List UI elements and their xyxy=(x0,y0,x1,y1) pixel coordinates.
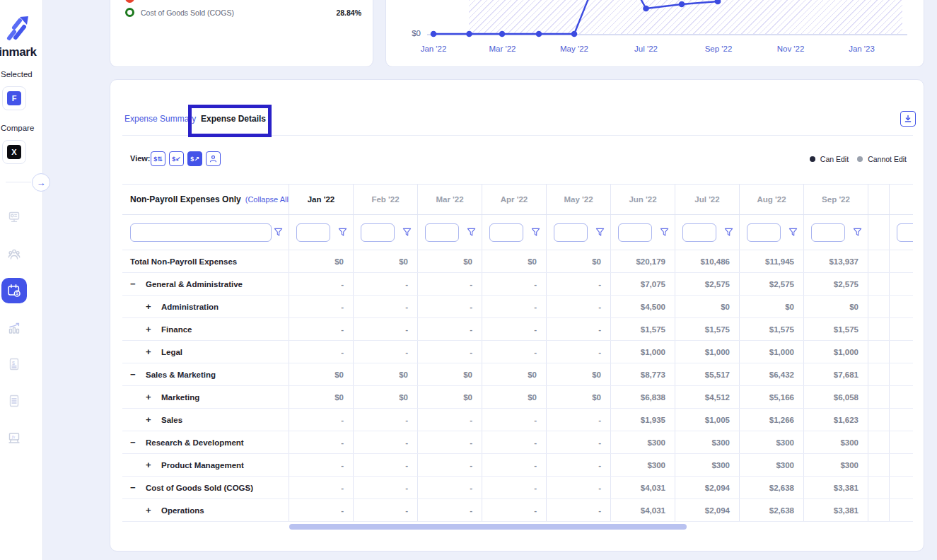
selected-label: Selected xyxy=(1,70,33,78)
expand-toggle[interactable]: + xyxy=(146,460,154,469)
column-filter-input[interactable] xyxy=(682,223,716,242)
cell-value: $4,031 xyxy=(611,477,675,498)
cell-value: - xyxy=(289,273,354,295)
cell-stub xyxy=(868,499,890,521)
cell-value: - xyxy=(482,431,547,453)
svg-text:$: $ xyxy=(12,361,15,366)
team-icon[interactable] xyxy=(7,247,21,262)
edit-legend: Can Edit Cannot Edit xyxy=(810,155,907,163)
data-point[interactable] xyxy=(679,1,685,8)
selected-scenario-avatar[interactable]: F xyxy=(2,86,26,110)
expand-toggle[interactable]: + xyxy=(146,392,154,402)
cell-value: $1,266 xyxy=(740,409,804,431)
data-point[interactable] xyxy=(643,6,649,12)
cell-value: - xyxy=(354,431,418,453)
growth-chart-icon[interactable] xyxy=(7,321,21,335)
expense-planning-calendar-icon[interactable]: $ xyxy=(1,278,27,303)
column-filter-input[interactable] xyxy=(747,223,781,242)
sidebar: finmark Selected F Compare X → $ xyxy=(0,0,43,560)
filter-cell xyxy=(611,215,675,250)
cell-value: $300 xyxy=(740,454,804,476)
formula-board-icon[interactable]: fx xyxy=(7,431,21,445)
data-point[interactable] xyxy=(431,31,437,37)
filter-icon[interactable] xyxy=(531,228,540,238)
tab-expense-details[interactable]: Expense Details xyxy=(201,114,266,124)
expense-breakdown-card: Cost of Goods Sold (COGS) 28.84% xyxy=(110,0,373,67)
data-point[interactable] xyxy=(571,31,578,37)
expand-toggle[interactable]: + xyxy=(146,506,154,515)
invoice-document-icon[interactable]: $ xyxy=(7,357,21,371)
filter-icon[interactable] xyxy=(595,228,605,238)
report-document-icon[interactable] xyxy=(7,394,21,408)
column-filter-input[interactable] xyxy=(811,223,845,242)
filter-icon[interactable] xyxy=(274,228,283,238)
tab-expense-summary[interactable]: Expense Summary xyxy=(124,114,196,124)
cell-stub xyxy=(890,363,913,385)
filter-icon[interactable] xyxy=(724,228,733,238)
cell-value: $7,075 xyxy=(611,273,675,295)
collapse-toggle[interactable]: − xyxy=(130,438,139,447)
cell-stub xyxy=(890,318,913,340)
cell-value: - xyxy=(354,409,418,431)
filter-icon[interactable] xyxy=(788,228,798,238)
view-dollar-increase-button[interactable]: $↗ xyxy=(187,151,202,166)
data-point[interactable] xyxy=(715,0,721,4)
sidebar-expand-button[interactable]: → xyxy=(32,173,50,192)
column-filter-input[interactable] xyxy=(361,223,395,242)
cell-stub xyxy=(868,296,890,317)
view-dollar-sort-button[interactable]: $⇅ xyxy=(151,151,165,166)
cell-value: $3,381 xyxy=(804,477,868,498)
can-edit-dot-icon xyxy=(810,156,815,162)
legend-item-cogs[interactable]: Cost of Goods Sold (COGS) 28.84% xyxy=(125,8,361,17)
svg-text:fx: fx xyxy=(12,435,16,439)
expand-toggle[interactable]: + xyxy=(146,325,154,334)
collapse-toggle[interactable]: − xyxy=(130,279,139,288)
column-filter-input[interactable] xyxy=(296,223,330,242)
row-label-cell: +Sales xyxy=(122,409,289,431)
column-filter-input[interactable] xyxy=(489,223,523,242)
compare-scenario-avatar[interactable]: X xyxy=(2,140,26,164)
cell-value: $0 xyxy=(547,363,611,385)
expand-toggle[interactable]: + xyxy=(146,415,154,424)
filter-icon[interactable] xyxy=(338,228,347,238)
data-point[interactable] xyxy=(536,31,542,37)
data-point[interactable] xyxy=(466,31,472,37)
collapse-all-link[interactable]: (Collapse All) xyxy=(245,195,289,204)
filter-icon[interactable] xyxy=(853,228,862,238)
cell-value: - xyxy=(547,454,611,476)
cell-stub xyxy=(868,386,890,408)
cell-value: $6,838 xyxy=(611,386,675,408)
horizontal-scrollbar-thumb[interactable] xyxy=(289,524,687,530)
cell-value: - xyxy=(482,454,547,476)
download-button[interactable] xyxy=(900,111,916,127)
collapse-toggle[interactable]: − xyxy=(130,483,139,492)
view-dollar-decrease-button[interactable]: $↙ xyxy=(169,151,184,166)
view-headcount-button[interactable] xyxy=(206,151,221,166)
y-axis-tick-label: $0 xyxy=(399,29,421,37)
cell-value: $20,179 xyxy=(611,250,675,272)
collapse-toggle[interactable]: − xyxy=(130,370,139,379)
expense-trend-chart-card: $0 Jan '22Mar '22May '22Jul '22Sep '22No… xyxy=(385,0,924,67)
cell-value: $1,000 xyxy=(675,341,740,363)
column-filter-input[interactable] xyxy=(554,223,588,242)
expand-toggle[interactable]: + xyxy=(146,347,154,356)
cell-stub xyxy=(890,499,913,521)
column-filter-input[interactable] xyxy=(425,223,459,242)
column-filter-input[interactable] xyxy=(897,223,913,242)
cell-stub xyxy=(868,409,890,431)
cell-value: $4,500 xyxy=(611,296,675,317)
expand-toggle[interactable]: + xyxy=(146,302,154,311)
filter-icon[interactable] xyxy=(402,228,412,238)
row-label-cell: +Finance xyxy=(122,318,289,340)
column-filter-input[interactable] xyxy=(618,223,652,242)
monitor-icon[interactable] xyxy=(7,210,21,224)
cell-value: - xyxy=(354,477,418,498)
filter-icon[interactable] xyxy=(660,228,669,238)
cell-value: - xyxy=(289,296,354,317)
table-row: −Research & Development-----$300$300$300… xyxy=(122,431,913,454)
filter-icon[interactable] xyxy=(467,228,476,238)
row-label: Sales & Marketing xyxy=(146,371,216,379)
cell-value: $300 xyxy=(740,431,804,453)
data-point[interactable] xyxy=(499,31,506,37)
row-filter-input[interactable] xyxy=(130,223,272,242)
